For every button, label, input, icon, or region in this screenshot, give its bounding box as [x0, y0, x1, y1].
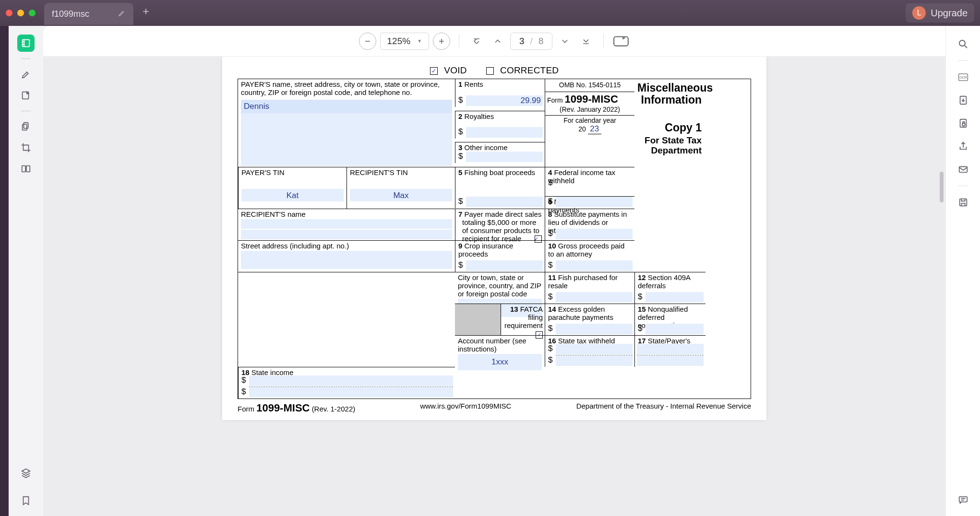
- box12-field[interactable]: [645, 292, 704, 303]
- payer-tin-field[interactable]: Kat: [241, 189, 344, 201]
- void-label: VOID: [444, 65, 466, 75]
- gray-block: [455, 304, 501, 335]
- pencil-icon[interactable]: [118, 9, 126, 19]
- save-button[interactable]: [954, 193, 973, 212]
- box2-royalties-field[interactable]: [466, 127, 543, 138]
- zoom-out-button[interactable]: [359, 33, 376, 50]
- next-page-button[interactable]: [556, 33, 574, 50]
- bookmark-button[interactable]: [17, 492, 35, 509]
- recipient-name-field-1[interactable]: [241, 219, 452, 229]
- box4-label: Federal income tax withheld: [548, 168, 615, 185]
- payer-name-field[interactable]: Dennis: [241, 100, 452, 113]
- svg-text:OCR: OCR: [959, 76, 967, 79]
- payer-header-label: PAYER'S name, street address, city or to…: [241, 80, 452, 97]
- annotate-tool-button[interactable]: [17, 87, 35, 104]
- svg-rect-0: [23, 40, 30, 47]
- box10-field[interactable]: [556, 260, 633, 271]
- document-tab[interactable]: f1099msc: [44, 3, 133, 25]
- box11-field[interactable]: [556, 292, 633, 303]
- app-shell: 125% ▼ 3 / 8 ✓ V: [9, 26, 980, 516]
- last-page-button[interactable]: [577, 33, 595, 50]
- tab-title: f1099msc: [52, 9, 89, 19]
- document-viewport[interactable]: ✓ VOID CORRECTED PAYER'S name, street ad…: [43, 57, 945, 516]
- upgrade-button[interactable]: L Upgrade: [906, 3, 974, 23]
- box5-field[interactable]: [466, 197, 543, 207]
- payer-address-field[interactable]: [241, 113, 452, 166]
- box14-label: Excess golden parachute payments: [548, 305, 613, 321]
- box1-rents-field[interactable]: 29.99: [466, 95, 543, 106]
- prev-page-button[interactable]: [489, 33, 506, 50]
- box16-field-1[interactable]: [556, 344, 633, 354]
- highlighter-tool-button[interactable]: [17, 66, 35, 83]
- form-revision: (Rev. January 2022): [547, 106, 633, 113]
- street-address-field[interactable]: [241, 251, 452, 269]
- void-checkbox[interactable]: ✓: [430, 67, 438, 75]
- layers-button[interactable]: [17, 464, 35, 481]
- calendar-year-field[interactable]: 23: [588, 124, 601, 134]
- box9-field[interactable]: [466, 260, 543, 271]
- close-window-button[interactable]: [6, 10, 12, 16]
- copy-page-button[interactable]: [17, 118, 35, 135]
- footer-form-name: 1099-MISC: [256, 402, 310, 414]
- pdf-page: ✓ VOID CORRECTED PAYER'S name, street ad…: [222, 57, 766, 420]
- box10-label: Gross proceeds paid to an attorney: [548, 242, 624, 258]
- ocr-button[interactable]: OCR: [954, 68, 973, 87]
- crop-tool-button[interactable]: [17, 139, 35, 156]
- box5-label: Fishing boat proceeds: [465, 168, 536, 176]
- box6-field[interactable]: [556, 197, 633, 207]
- box8-field[interactable]: [556, 229, 633, 239]
- footer-revision: (Rev. 1-2022): [312, 405, 356, 413]
- recipient-tin-label: RECIPIENT'S TIN: [350, 168, 452, 176]
- page-indicator[interactable]: 3 / 8: [510, 33, 552, 50]
- avatar: L: [912, 6, 926, 20]
- left-sidebar: [9, 26, 43, 516]
- email-button[interactable]: [954, 160, 973, 179]
- comments-button[interactable]: [954, 490, 973, 509]
- omb-number: OMB No. 1545-0115: [547, 81, 633, 89]
- svg-rect-4: [22, 166, 25, 172]
- recipient-name-label: RECIPIENT'S name: [241, 210, 452, 218]
- minimize-window-button[interactable]: [17, 10, 24, 16]
- recipient-name-field-2[interactable]: [241, 230, 452, 239]
- thumbnails-panel-button[interactable]: [17, 35, 35, 52]
- presentation-mode-button[interactable]: [612, 33, 630, 50]
- recipient-tin-field[interactable]: Max: [350, 189, 452, 201]
- svg-rect-3: [23, 124, 27, 130]
- box17-field-2[interactable]: [637, 355, 704, 366]
- box17-field-1[interactable]: [637, 344, 704, 354]
- compare-button[interactable]: [17, 160, 35, 177]
- zoom-in-button[interactable]: [433, 33, 450, 50]
- svg-rect-5: [26, 166, 30, 172]
- box3-other-income-field[interactable]: [466, 152, 543, 162]
- box16-field-2[interactable]: [556, 355, 633, 366]
- box18-field-1[interactable]: [249, 375, 453, 386]
- destination-label: For State TaxDepartment: [637, 134, 703, 156]
- first-page-button[interactable]: [468, 33, 485, 50]
- calendar-year-label: For calendar year: [547, 117, 633, 124]
- convert-button[interactable]: [954, 91, 973, 110]
- vertical-scrollbar-thumb[interactable]: [940, 172, 944, 202]
- total-pages: 8: [538, 36, 544, 47]
- form-title: MiscellaneousInformation: [637, 80, 703, 106]
- zoom-select[interactable]: 125% ▼: [380, 33, 430, 50]
- svg-rect-13: [959, 167, 967, 173]
- box18-field-2[interactable]: [249, 387, 453, 398]
- payer-tin-label: PAYER'S TIN: [241, 168, 344, 176]
- new-tab-button[interactable]: [141, 7, 151, 19]
- box14-field[interactable]: [556, 324, 633, 334]
- avatar-initial: L: [917, 9, 921, 17]
- copy-label: Copy 1: [637, 120, 703, 134]
- corrected-checkbox[interactable]: [486, 67, 494, 75]
- current-page: 3: [519, 36, 525, 47]
- box15-field[interactable]: [645, 324, 704, 334]
- account-number-field[interactable]: 1xxx: [458, 354, 542, 370]
- svg-rect-12: [962, 123, 965, 126]
- search-button[interactable]: [954, 35, 973, 54]
- lock-document-button[interactable]: [954, 114, 973, 133]
- box7-label: Payer made direct sales totaling $5,000 …: [462, 210, 541, 243]
- maximize-window-button[interactable]: [29, 10, 36, 16]
- svg-rect-2: [24, 123, 28, 129]
- share-button[interactable]: [954, 137, 973, 156]
- form-footer: Form 1099-MISC (Rev. 1-2022) www.irs.gov…: [238, 402, 751, 414]
- footer-url: www.irs.gov/Form1099MISC: [420, 402, 511, 414]
